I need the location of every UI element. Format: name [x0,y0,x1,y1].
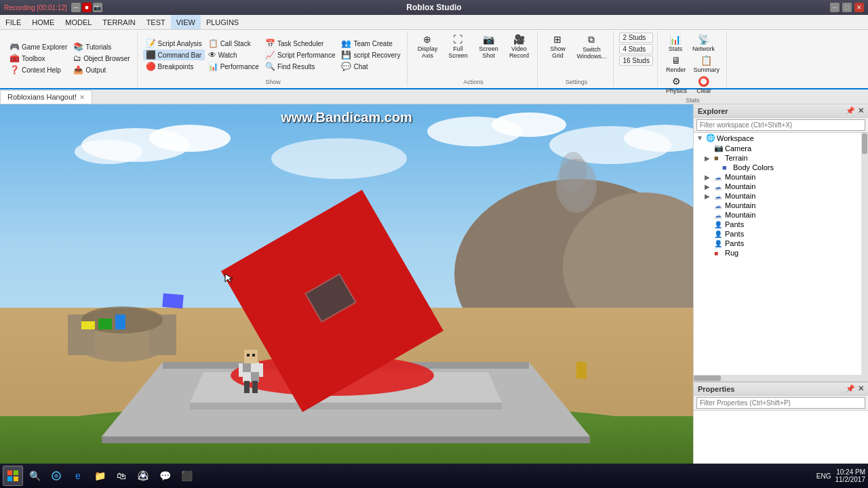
btn-full-screen[interactable]: ⛶ FullScreen [443,33,472,77]
btn-team-create[interactable]: 👥 Team Create [338,38,403,49]
btn-show-grid[interactable]: ⊞ ShowGrid [543,33,572,77]
scene-svg [0,104,693,464]
properties-pin-icon[interactable]: 📌 [846,384,855,393]
properties-search[interactable] [696,397,865,409]
taskbar-ie[interactable]: e [68,466,88,486]
btn-screen-shot[interactable]: 📷 ScreenShot [474,33,502,77]
tree-item-body-colors[interactable]: ■ Body Colors [694,163,868,172]
menu-model[interactable]: MODEL [60,15,97,29]
btn-script-performance[interactable]: 📈 Script Performance [262,49,338,60]
menu-file[interactable]: FILE [0,15,26,29]
minimize-btn[interactable]: ─ [71,3,81,12]
btn-breakpoints[interactable]: 🔴 Breakpoints [143,61,205,72]
btn-render[interactable]: 🖥 Render [663,54,689,75]
svg-rect-46 [14,470,18,475]
btn-call-stack[interactable]: 📋 Call Stack [205,38,262,49]
explorer-search[interactable] [696,119,865,131]
btn-stats[interactable]: 📊 Stats [663,33,688,54]
win-maximize[interactable]: □ [842,3,852,12]
find-results-icon: 🔍 [265,62,275,71]
btn-toolbox[interactable]: 🧰 Toolbox [7,53,70,64]
tree-item-pants1[interactable]: 👤 Pants [694,220,868,229]
taskbar-time: 10:24 PM 11/2/2017 [835,468,866,483]
taskbar-start[interactable] [3,466,23,486]
tab-close[interactable]: ✕ [79,94,85,101]
btn-physics[interactable]: ⚙ Physics [663,75,690,96]
btn-output[interactable]: 📤 Output [71,64,132,75]
tree-item-pants2[interactable]: 👤 Pants [694,229,868,239]
btn-context-help[interactable]: ❓ Context Help [7,64,70,75]
toolbox-icon: 🧰 [9,54,20,63]
properties-content [694,411,868,464]
mountain2-label: Mountain [725,182,865,190]
tree-hscroll[interactable] [694,375,868,382]
menu-view[interactable]: VIEW [171,15,201,29]
explorer-close-icon[interactable]: ✕ [858,106,864,115]
settings-label: Settings [543,77,609,85]
btn-watch[interactable]: 👁 Watch [205,49,262,60]
recording-text: Recording [00:01:12] [4,4,67,12]
taskbar-store[interactable]: 🛍 [111,466,132,486]
menu-home[interactable]: HOME [26,15,60,29]
viewport[interactable]: www.Bandicam.com [0,104,693,464]
tree-vscroll[interactable] [861,133,868,375]
taskbar-discord[interactable]: 💬 [155,466,175,486]
tree-item-rug[interactable]: ■ Rug [694,248,868,258]
btn-4-studs[interactable]: 4 Studs [619,44,652,54]
btn-video-record[interactable]: 🎥 VideoRecord [505,33,533,77]
btn-clear[interactable]: ⭕ Clear [692,75,716,96]
taskbar-search[interactable]: 🔍 [24,466,45,486]
menu-terrain[interactable]: TERRAIN [97,15,140,29]
properties-close-icon[interactable]: ✕ [858,384,864,393]
workspace-arrow: ▼ [696,134,705,142]
body-colors-icon: ■ [722,163,732,171]
svg-point-5 [492,113,566,137]
btn-task-scheduler[interactable]: 📅 Task Scheduler [262,38,338,49]
tree-item-mountain4[interactable]: 🗻 Mountain [694,201,868,210]
taskbar-chrome[interactable] [133,466,153,486]
menu-test[interactable]: TEST [141,15,171,29]
stats-row2: 🖥 Render 📋 Summary [663,54,722,75]
win-minimize[interactable]: ─ [830,3,840,12]
ribbon-group-studs: 2 Studs 4 Studs 16 Studs [615,31,657,87]
btn-16-studs[interactable]: 16 Studs [619,56,652,66]
btn-script-recovery[interactable]: 💾 script Recovery [338,49,403,60]
taskbar-roblox[interactable]: ⬛ [176,466,197,486]
tree-item-pants3[interactable]: 👤 Pants [694,239,868,248]
tree-item-workspace[interactable]: ▼ 🌐 Workspace [694,133,868,143]
btn-command-bar[interactable]: ⬛ Command Bar [143,49,205,60]
mountain2-arrow: ▶ [705,183,713,190]
btn-chat[interactable]: 💬 Chat [338,61,403,72]
explorer-pin-icon[interactable]: 📌 [846,106,855,115]
tree-item-mountain2[interactable]: ▶ 🗻 Mountain [694,182,868,191]
btn-script-analysis[interactable]: 📝 Script Analysis [143,38,205,49]
btn-display-axis[interactable]: ⊕ DisplayAxis [413,33,441,77]
menu-plugins[interactable]: PLUGINS [201,15,244,29]
camera-arrow [705,144,713,152]
network-icon: 📡 [698,34,709,45]
btn-network[interactable]: 📡 Network [690,33,717,54]
tree-item-terrain[interactable]: ▶ ■ Terrain [694,153,868,163]
svg-rect-32 [251,372,259,382]
btn-tutorials[interactable]: 📚 Tutorials [71,41,132,52]
btn-object-browser[interactable]: 🗂 Object Browser [71,53,132,64]
mountain5-label: Mountain [725,211,865,219]
btn-summary[interactable]: 📋 Summary [690,54,722,75]
tree-item-mountain3[interactable]: ▶ 🗻 Mountain [694,191,868,201]
btn-find-results[interactable]: 🔍 Find Results [262,61,338,72]
taskbar-cortana[interactable] [46,466,66,486]
btn-game-explorer[interactable]: 🎮 Game Explorer [7,41,70,52]
cam-btn[interactable]: 📷 [93,3,102,12]
btn-2-studs[interactable]: 2 Studs [619,33,652,43]
rug-label: Rug [725,249,865,257]
tab-robloxians[interactable]: Robloxians Hangout! ✕ [0,90,92,104]
tree-item-camera[interactable]: 📷 Camera [694,143,868,153]
stop-btn[interactable]: ■ [82,3,92,12]
btn-switch-windows[interactable]: ⧉ SwitchWindows... [574,33,609,77]
taskbar-files[interactable]: 📁 [90,466,110,486]
btn-performance[interactable]: 📊 Performance [205,61,262,72]
tree-item-mountain1[interactable]: ▶ 🗻 Mountain [694,172,868,182]
svg-rect-39 [252,381,258,393]
win-close[interactable]: ✕ [854,3,864,12]
tree-item-mountain5[interactable]: 🗻 Mountain [694,210,868,220]
